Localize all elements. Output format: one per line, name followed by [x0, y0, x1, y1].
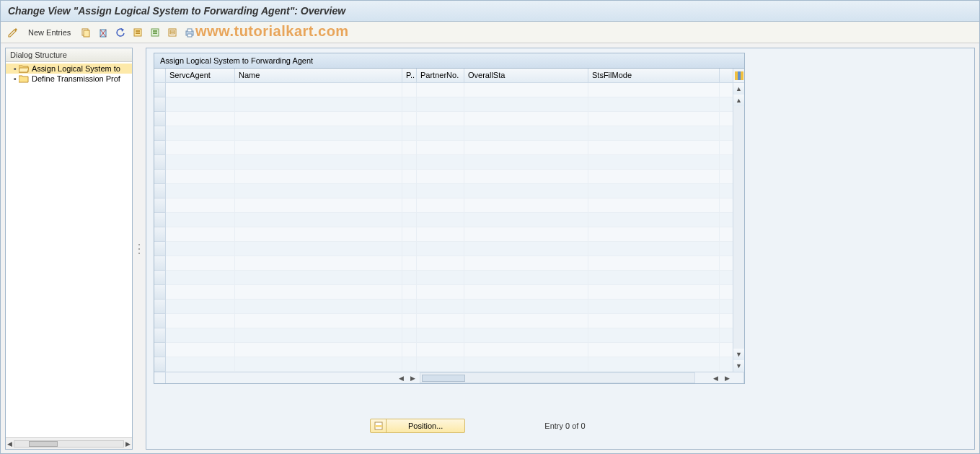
row-selector[interactable] — [154, 141, 165, 155]
table-cell[interactable] — [235, 227, 402, 241]
row-selector[interactable] — [154, 300, 165, 314]
table-cell[interactable] — [235, 198, 402, 212]
scroll-left-icon[interactable]: ◀ — [395, 372, 407, 384]
table-cell[interactable] — [235, 170, 402, 183]
table-cell[interactable] — [588, 213, 720, 227]
table-cell[interactable] — [235, 357, 402, 371]
table-cell[interactable] — [464, 83, 588, 97]
table-cell[interactable] — [166, 285, 235, 299]
table-cell[interactable] — [417, 300, 464, 313]
table-cell[interactable] — [464, 198, 588, 212]
table-cell[interactable] — [402, 343, 417, 357]
scroll-up-icon[interactable]: ▲ — [733, 95, 744, 106]
select-block-icon[interactable] — [149, 26, 162, 39]
table-settings-icon[interactable] — [733, 69, 744, 83]
table-cell[interactable] — [417, 357, 464, 371]
table-cell[interactable] — [402, 184, 417, 198]
table-cell[interactable] — [166, 141, 235, 154]
table-cell[interactable] — [235, 83, 402, 97]
row-selector[interactable] — [154, 83, 165, 97]
table-cell[interactable] — [402, 126, 417, 140]
row-selector[interactable] — [154, 357, 165, 372]
table-cell[interactable] — [588, 170, 720, 183]
table-cell[interactable] — [464, 126, 588, 140]
table-cell[interactable] — [166, 271, 235, 284]
table-cell[interactable] — [166, 314, 235, 328]
table-cell[interactable] — [402, 285, 417, 299]
scroll-track[interactable] — [14, 440, 124, 448]
table-cell[interactable] — [235, 343, 402, 357]
table-cell[interactable] — [417, 213, 464, 227]
table-cell[interactable] — [402, 357, 417, 371]
position-button[interactable]: Position... — [370, 419, 465, 433]
table-cell[interactable] — [235, 271, 402, 284]
table-cell[interactable] — [417, 126, 464, 140]
table-cell[interactable] — [417, 184, 464, 198]
delete-icon[interactable] — [97, 26, 110, 39]
table-cell[interactable] — [166, 227, 235, 241]
row-selector[interactable] — [154, 126, 165, 141]
undo-icon[interactable] — [114, 26, 127, 39]
table-cell[interactable] — [417, 256, 464, 270]
table-cell[interactable] — [166, 112, 235, 126]
table-cell[interactable] — [417, 83, 464, 97]
print-icon[interactable] — [183, 26, 196, 39]
row-selector[interactable] — [154, 227, 165, 242]
table-cell[interactable] — [464, 112, 588, 126]
row-selector[interactable] — [154, 97, 165, 112]
table-cell[interactable] — [235, 184, 402, 198]
table-cell[interactable] — [235, 314, 402, 328]
table-cell[interactable] — [417, 141, 464, 154]
table-cell[interactable] — [588, 314, 720, 328]
table-cell[interactable] — [464, 343, 588, 357]
panel-splitter[interactable] — [137, 48, 141, 450]
table-cell[interactable] — [464, 328, 588, 342]
table-cell[interactable] — [588, 256, 720, 270]
table-cell[interactable] — [464, 242, 588, 256]
row-selector[interactable] — [154, 285, 165, 300]
table-cell[interactable] — [402, 242, 417, 256]
table-cell[interactable] — [588, 155, 720, 169]
table-cell[interactable] — [402, 300, 417, 313]
toggle-change-icon[interactable] — [6, 26, 19, 39]
table-cell[interactable] — [417, 285, 464, 299]
row-selector[interactable] — [154, 314, 165, 328]
table-cell[interactable] — [417, 328, 464, 342]
table-cell[interactable] — [588, 300, 720, 313]
table-cell[interactable] — [166, 242, 235, 256]
table-cell[interactable] — [464, 141, 588, 154]
table-cell[interactable] — [235, 97, 402, 111]
table-cell[interactable] — [166, 97, 235, 111]
table-cell[interactable] — [402, 97, 417, 111]
select-all-icon[interactable] — [131, 26, 144, 39]
row-selector[interactable] — [154, 271, 165, 285]
table-cell[interactable] — [235, 213, 402, 227]
table-cell[interactable] — [235, 328, 402, 342]
vscroll-track[interactable] — [733, 106, 744, 349]
table-cell[interactable] — [166, 184, 235, 198]
table-cell[interactable] — [588, 328, 720, 342]
table-cell[interactable] — [402, 271, 417, 284]
table-cell[interactable] — [464, 170, 588, 183]
table-cell[interactable] — [402, 213, 417, 227]
scroll-right-icon[interactable]: ▶ — [721, 372, 733, 384]
table-cell[interactable] — [166, 126, 235, 140]
table-cell[interactable] — [402, 155, 417, 169]
scroll-down-icon[interactable]: ▼ — [733, 349, 744, 360]
table-cell[interactable] — [235, 285, 402, 299]
table-cell[interactable] — [402, 314, 417, 328]
row-selector[interactable] — [154, 155, 165, 170]
table-cell[interactable] — [235, 300, 402, 313]
row-selector-header[interactable] — [154, 69, 165, 83]
column-header[interactable]: StsFilMode — [588, 69, 720, 82]
row-selector[interactable] — [154, 112, 165, 126]
table-cell[interactable] — [464, 271, 588, 284]
table-cell[interactable] — [417, 97, 464, 111]
column-header[interactable]: PartnerNo. — [417, 69, 464, 82]
table-cell[interactable] — [464, 300, 588, 313]
column-header[interactable]: ServcAgent — [166, 69, 235, 82]
row-selector[interactable] — [154, 198, 165, 213]
row-selector[interactable] — [154, 170, 165, 184]
tree-item-define-transmission[interactable]: ▪ Define Transmission Prof — [6, 74, 132, 84]
scroll-right-icon[interactable]: ▶ — [407, 372, 418, 384]
